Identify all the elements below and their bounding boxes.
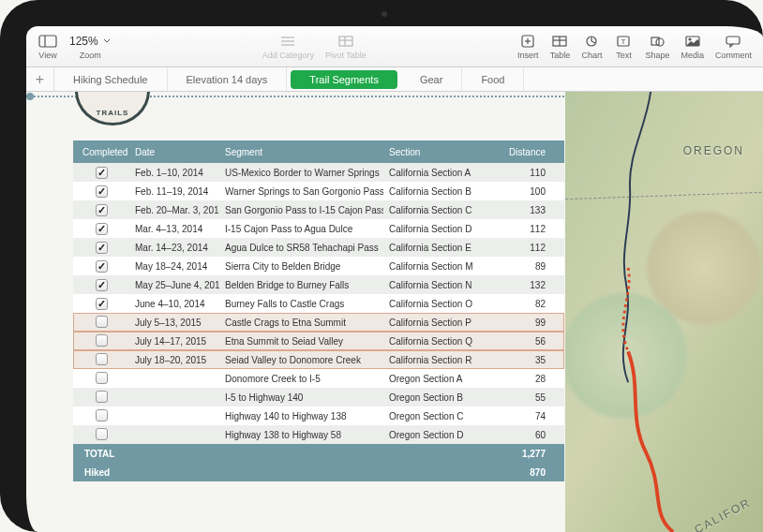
cell-date[interactable]: Mar. 14–23, 2014 xyxy=(129,243,219,253)
table-row[interactable]: Feb. 1–10, 2014US-Mexico Border to Warne… xyxy=(73,163,564,182)
sheet-tab-elevation-14-days[interactable]: Elevation 14 days xyxy=(168,67,288,91)
table-row[interactable]: Feb. 20–Mar. 3, 2014San Gorgonio Pass to… xyxy=(73,200,564,219)
cell-date[interactable]: Feb. 1–10, 2014 xyxy=(129,168,219,178)
table-row[interactable]: May 25–June 4, 2014Belden Bridge to Burn… xyxy=(73,275,564,294)
completed-checkbox[interactable] xyxy=(96,409,108,421)
sheet-tab-gear[interactable]: Gear xyxy=(401,67,462,91)
completed-checkbox[interactable] xyxy=(96,372,108,384)
table-row[interactable]: July 18–20, 2015Seiad Valley to Donomore… xyxy=(73,350,564,369)
comment-button[interactable]: Comment xyxy=(715,33,752,60)
cell-segment[interactable]: Highway 138 to Highway 58 xyxy=(219,430,383,440)
view-button[interactable]: View xyxy=(37,33,58,60)
cell-segment[interactable]: Sierra City to Belden Bridge xyxy=(219,261,383,272)
trail-segments-table[interactable]: Completed Date Segment Section Distance … xyxy=(73,140,564,481)
table-row[interactable]: June 4–10, 2014Burney Falls to Castle Cr… xyxy=(73,294,564,313)
add-category-button[interactable]: Add Category xyxy=(262,33,314,60)
cell-date[interactable]: Feb. 11–19, 2014 xyxy=(129,186,219,197)
table-row[interactable]: Feb. 11–19, 2014Warner Springs to San Go… xyxy=(73,182,564,200)
cell-distance[interactable]: 100 xyxy=(501,186,555,197)
table-row[interactable]: July 14–17, 2015Etna Summit to Seiad Val… xyxy=(73,332,564,350)
shape-button[interactable]: Shape xyxy=(645,33,669,60)
cell-segment[interactable]: Warner Springs to San Gorgonio Pass xyxy=(219,186,383,197)
cell-section[interactable]: California Section Q xyxy=(383,336,501,347)
cell-date[interactable]: July 18–20, 2015 xyxy=(129,355,219,365)
cell-section[interactable]: California Section A xyxy=(383,168,501,178)
cell-distance[interactable]: 132 xyxy=(501,280,555,290)
cell-section[interactable]: California Section M xyxy=(383,261,501,272)
cell-section[interactable]: Oregon Section C xyxy=(383,411,501,421)
cell-distance[interactable]: 82 xyxy=(501,299,555,309)
zoom-dropdown[interactable]: 125% Zoom xyxy=(69,33,112,60)
cell-segment[interactable]: Burney Falls to Castle Crags xyxy=(219,299,383,309)
cell-distance[interactable]: 74 xyxy=(501,411,555,421)
cell-distance[interactable]: 89 xyxy=(501,261,555,272)
cell-distance[interactable]: 112 xyxy=(501,243,555,253)
cell-segment[interactable]: US-Mexico Border to Warner Springs xyxy=(219,168,383,178)
cell-section[interactable]: Oregon Section A xyxy=(383,374,501,384)
insert-button[interactable]: Insert xyxy=(517,33,539,60)
completed-checkbox[interactable] xyxy=(96,167,108,179)
sheet-tab-hiking-schedule[interactable]: Hiking Schedule xyxy=(54,67,168,91)
completed-checkbox[interactable] xyxy=(96,298,108,310)
completed-checkbox[interactable] xyxy=(96,279,108,291)
completed-checkbox[interactable] xyxy=(96,428,108,440)
cell-date[interactable]: July 14–17, 2015 xyxy=(129,336,219,347)
table-row[interactable]: July 5–13, 2015Castle Crags to Etna Summ… xyxy=(73,313,564,332)
table-row[interactable]: May 18–24, 2014Sierra City to Belden Bri… xyxy=(73,257,564,275)
cell-segment[interactable]: Etna Summit to Seiad Valley xyxy=(219,336,383,347)
table-row[interactable]: Highway 140 to Highway 138Oregon Section… xyxy=(73,406,564,425)
chart-button[interactable]: Chart xyxy=(581,33,602,60)
cell-date[interactable]: Mar. 4–13, 2014 xyxy=(129,224,219,234)
cell-section[interactable]: California Section P xyxy=(383,318,501,328)
table-row[interactable]: Mar. 14–23, 2014Agua Dulce to SR58 Tehac… xyxy=(73,238,564,257)
cell-distance[interactable]: 112 xyxy=(501,224,555,234)
completed-checkbox[interactable] xyxy=(96,204,108,216)
table-row[interactable]: Donomore Creek to I-5Oregon Section A28 xyxy=(73,369,564,388)
media-button[interactable]: Media xyxy=(681,33,704,60)
sheet-tab-trail-segments[interactable]: Trail Segments xyxy=(291,70,397,89)
completed-checkbox[interactable] xyxy=(96,353,108,365)
cell-distance[interactable]: 55 xyxy=(501,392,555,403)
cell-segment[interactable]: San Gorgonio Pass to I-15 Cajon Pass xyxy=(219,205,383,215)
completed-checkbox[interactable] xyxy=(96,316,108,328)
cell-distance[interactable]: 56 xyxy=(501,336,555,347)
completed-checkbox[interactable] xyxy=(96,334,108,347)
text-button[interactable]: T Text xyxy=(613,33,634,60)
cell-segment[interactable]: Seiad Valley to Donomore Creek xyxy=(219,355,383,365)
cell-date[interactable]: Feb. 20–Mar. 3, 2014 xyxy=(129,205,219,215)
completed-checkbox[interactable] xyxy=(96,391,108,403)
table-row[interactable]: Highway 138 to Highway 58Oregon Section … xyxy=(73,425,564,444)
cell-segment[interactable]: Highway 140 to Highway 138 xyxy=(219,411,383,421)
cell-segment[interactable]: Agua Dulce to SR58 Tehachapi Pass xyxy=(219,243,383,253)
pivot-table-button[interactable]: Pivot Table xyxy=(325,33,367,60)
add-sheet-button[interactable]: + xyxy=(26,67,54,91)
completed-checkbox[interactable] xyxy=(96,242,108,254)
cell-date[interactable]: May 25–June 4, 2014 xyxy=(129,280,219,290)
cell-distance[interactable]: 133 xyxy=(501,205,555,215)
table-row[interactable]: I-5 to Highway 140Oregon Section B55 xyxy=(73,388,564,406)
completed-checkbox[interactable] xyxy=(96,185,108,198)
cell-section[interactable]: California Section B xyxy=(383,186,501,197)
table-row[interactable]: Mar. 4–13, 2014I-15 Cajon Pass to Agua D… xyxy=(73,219,564,238)
sheet-tab-food[interactable]: Food xyxy=(462,67,524,91)
cell-date[interactable]: July 5–13, 2015 xyxy=(129,318,219,328)
cell-segment[interactable]: Castle Crags to Etna Summit xyxy=(219,318,383,328)
cell-segment[interactable]: I-15 Cajon Pass to Agua Dulce xyxy=(219,224,383,234)
cell-segment[interactable]: I-5 to Highway 140 xyxy=(219,392,383,403)
cell-section[interactable]: California Section C xyxy=(383,205,501,215)
cell-section[interactable]: Oregon Section B xyxy=(383,392,501,403)
cell-segment[interactable]: Donomore Creek to I-5 xyxy=(219,374,383,384)
cell-distance[interactable]: 60 xyxy=(501,430,555,440)
cell-distance[interactable]: 110 xyxy=(501,168,555,178)
cell-section[interactable]: Oregon Section D xyxy=(383,430,501,440)
cell-distance[interactable]: 99 xyxy=(501,318,555,328)
cell-date[interactable]: May 18–24, 2014 xyxy=(129,261,219,272)
document-canvas[interactable]: TRAILS Completed Date Segment Section Di… xyxy=(26,92,763,532)
completed-checkbox[interactable] xyxy=(96,223,108,235)
cell-distance[interactable]: 28 xyxy=(501,374,555,384)
cell-segment[interactable]: Belden Bridge to Burney Falls xyxy=(219,280,383,290)
cell-section[interactable]: California Section E xyxy=(383,243,501,253)
cell-section[interactable]: California Section O xyxy=(383,299,501,309)
cell-section[interactable]: California Section D xyxy=(383,224,501,234)
cell-distance[interactable]: 35 xyxy=(501,355,555,365)
